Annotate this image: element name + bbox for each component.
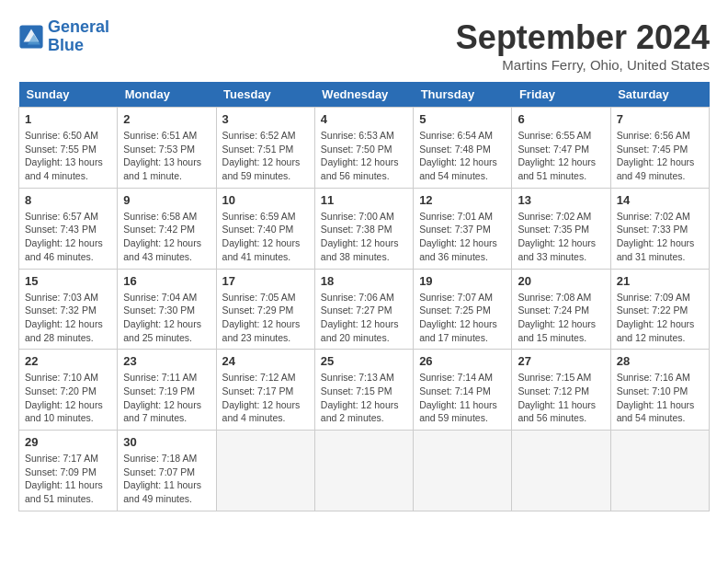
title-section: September 2024 Martins Ferry, Ohio, Unit… — [456, 18, 710, 73]
header-friday: Friday — [512, 82, 610, 108]
day-content: Sunrise: 6:53 AM Sunset: 7:50 PM Dayligh… — [321, 129, 407, 183]
calendar-cell: 22Sunrise: 7:10 AM Sunset: 7:20 PM Dayli… — [19, 350, 118, 431]
day-content: Sunrise: 6:50 AM Sunset: 7:55 PM Dayligh… — [25, 129, 111, 183]
day-content: Sunrise: 7:14 AM Sunset: 7:14 PM Dayligh… — [419, 371, 506, 425]
header-thursday: Thursday — [414, 82, 512, 108]
calendar-cell: 1Sunrise: 6:50 AM Sunset: 7:55 PM Daylig… — [19, 108, 118, 189]
header-saturday: Saturday — [610, 82, 709, 108]
day-content: Sunrise: 7:08 AM Sunset: 7:24 PM Dayligh… — [518, 291, 604, 345]
header-wednesday: Wednesday — [314, 82, 413, 108]
header-sunday: Sunday — [19, 82, 118, 108]
day-content: Sunrise: 6:54 AM Sunset: 7:48 PM Dayligh… — [419, 129, 506, 183]
day-content: Sunrise: 7:05 AM Sunset: 7:29 PM Dayligh… — [222, 291, 309, 345]
calendar-cell — [414, 431, 512, 511]
calendar-cell: 28Sunrise: 7:16 AM Sunset: 7:10 PM Dayli… — [610, 350, 709, 431]
day-content: Sunrise: 7:18 AM Sunset: 7:07 PM Dayligh… — [123, 452, 210, 506]
logo-text: General Blue — [48, 18, 109, 55]
calendar-cell: 3Sunrise: 6:52 AM Sunset: 7:51 PM Daylig… — [216, 108, 314, 189]
calendar-cell: 16Sunrise: 7:04 AM Sunset: 7:30 PM Dayli… — [118, 269, 216, 350]
logo-icon — [18, 24, 44, 50]
calendar-cell: 27Sunrise: 7:15 AM Sunset: 7:12 PM Dayli… — [512, 350, 610, 431]
day-number: 8 — [25, 193, 111, 207]
day-number: 13 — [518, 193, 604, 207]
calendar-cell: 10Sunrise: 6:59 AM Sunset: 7:40 PM Dayli… — [216, 188, 314, 269]
day-content: Sunrise: 7:16 AM Sunset: 7:10 PM Dayligh… — [617, 371, 703, 425]
calendar-cell: 9Sunrise: 6:58 AM Sunset: 7:42 PM Daylig… — [118, 188, 216, 269]
day-content: Sunrise: 7:09 AM Sunset: 7:22 PM Dayligh… — [617, 291, 703, 345]
calendar-cell: 6Sunrise: 6:55 AM Sunset: 7:47 PM Daylig… — [512, 108, 610, 189]
day-content: Sunrise: 6:52 AM Sunset: 7:51 PM Dayligh… — [222, 129, 309, 183]
calendar-cell — [314, 431, 413, 511]
day-number: 27 — [518, 354, 604, 368]
day-content: Sunrise: 7:02 AM Sunset: 7:33 PM Dayligh… — [617, 210, 703, 264]
calendar-cell — [610, 431, 709, 511]
calendar-cell: 13Sunrise: 7:02 AM Sunset: 7:35 PM Dayli… — [512, 188, 610, 269]
logo-line1: General — [48, 17, 109, 36]
calendar-title: September 2024 — [456, 18, 710, 57]
day-number: 3 — [222, 112, 309, 126]
day-number: 11 — [321, 193, 407, 207]
day-content: Sunrise: 7:06 AM Sunset: 7:27 PM Dayligh… — [321, 291, 407, 345]
day-number: 12 — [419, 193, 506, 207]
calendar-cell: 25Sunrise: 7:13 AM Sunset: 7:15 PM Dayli… — [314, 350, 413, 431]
calendar-table: Sunday Monday Tuesday Wednesday Thursday… — [18, 82, 710, 511]
day-number: 4 — [321, 112, 407, 126]
day-number: 1 — [25, 112, 111, 126]
week-row-5: 29Sunrise: 7:17 AM Sunset: 7:09 PM Dayli… — [19, 431, 710, 511]
calendar-cell: 5Sunrise: 6:54 AM Sunset: 7:48 PM Daylig… — [414, 108, 512, 189]
calendar-cell: 4Sunrise: 6:53 AM Sunset: 7:50 PM Daylig… — [314, 108, 413, 189]
logo: General Blue — [18, 18, 109, 55]
day-content: Sunrise: 7:00 AM Sunset: 7:38 PM Dayligh… — [321, 210, 407, 264]
calendar-cell — [216, 431, 314, 511]
header-tuesday: Tuesday — [216, 82, 314, 108]
day-content: Sunrise: 6:55 AM Sunset: 7:47 PM Dayligh… — [518, 129, 604, 183]
day-number: 6 — [518, 112, 604, 126]
day-number: 7 — [617, 112, 703, 126]
week-row-1: 1Sunrise: 6:50 AM Sunset: 7:55 PM Daylig… — [19, 108, 710, 189]
day-content: Sunrise: 7:02 AM Sunset: 7:35 PM Dayligh… — [518, 210, 604, 264]
day-content: Sunrise: 7:12 AM Sunset: 7:17 PM Dayligh… — [222, 371, 309, 425]
page-header: General Blue September 2024 Martins Ferr… — [18, 18, 710, 73]
calendar-cell: 26Sunrise: 7:14 AM Sunset: 7:14 PM Dayli… — [414, 350, 512, 431]
calendar-cell: 24Sunrise: 7:12 AM Sunset: 7:17 PM Dayli… — [216, 350, 314, 431]
day-content: Sunrise: 7:07 AM Sunset: 7:25 PM Dayligh… — [419, 291, 506, 345]
day-content: Sunrise: 6:59 AM Sunset: 7:40 PM Dayligh… — [222, 210, 309, 264]
day-content: Sunrise: 7:10 AM Sunset: 7:20 PM Dayligh… — [25, 371, 111, 425]
day-number: 30 — [123, 435, 210, 449]
day-content: Sunrise: 7:17 AM Sunset: 7:09 PM Dayligh… — [25, 452, 111, 506]
day-number: 19 — [419, 274, 506, 288]
calendar-cell: 20Sunrise: 7:08 AM Sunset: 7:24 PM Dayli… — [512, 269, 610, 350]
day-content: Sunrise: 7:04 AM Sunset: 7:30 PM Dayligh… — [123, 291, 210, 345]
calendar-cell: 14Sunrise: 7:02 AM Sunset: 7:33 PM Dayli… — [610, 188, 709, 269]
day-number: 10 — [222, 193, 309, 207]
calendar-cell: 12Sunrise: 7:01 AM Sunset: 7:37 PM Dayli… — [414, 188, 512, 269]
day-content: Sunrise: 6:58 AM Sunset: 7:42 PM Dayligh… — [123, 210, 210, 264]
header-monday: Monday — [118, 82, 216, 108]
day-number: 15 — [25, 274, 111, 288]
header-row: Sunday Monday Tuesday Wednesday Thursday… — [19, 82, 710, 108]
calendar-cell: 8Sunrise: 6:57 AM Sunset: 7:43 PM Daylig… — [19, 188, 118, 269]
calendar-cell: 15Sunrise: 7:03 AM Sunset: 7:32 PM Dayli… — [19, 269, 118, 350]
day-content: Sunrise: 7:13 AM Sunset: 7:15 PM Dayligh… — [321, 371, 407, 425]
day-number: 26 — [419, 354, 506, 368]
calendar-cell: 21Sunrise: 7:09 AM Sunset: 7:22 PM Dayli… — [610, 269, 709, 350]
day-number: 2 — [123, 112, 210, 126]
day-number: 9 — [123, 193, 210, 207]
calendar-cell: 7Sunrise: 6:56 AM Sunset: 7:45 PM Daylig… — [610, 108, 709, 189]
day-number: 18 — [321, 274, 407, 288]
day-content: Sunrise: 6:51 AM Sunset: 7:53 PM Dayligh… — [123, 129, 210, 183]
day-number: 14 — [617, 193, 703, 207]
calendar-cell: 18Sunrise: 7:06 AM Sunset: 7:27 PM Dayli… — [314, 269, 413, 350]
day-number: 20 — [518, 274, 604, 288]
calendar-cell: 30Sunrise: 7:18 AM Sunset: 7:07 PM Dayli… — [118, 431, 216, 511]
calendar-subtitle: Martins Ferry, Ohio, United States — [456, 57, 710, 73]
calendar-cell: 2Sunrise: 6:51 AM Sunset: 7:53 PM Daylig… — [118, 108, 216, 189]
week-row-2: 8Sunrise: 6:57 AM Sunset: 7:43 PM Daylig… — [19, 188, 710, 269]
day-number: 24 — [222, 354, 309, 368]
day-content: Sunrise: 7:11 AM Sunset: 7:19 PM Dayligh… — [123, 371, 210, 425]
day-number: 25 — [321, 354, 407, 368]
day-number: 22 — [25, 354, 111, 368]
calendar-cell — [512, 431, 610, 511]
day-number: 17 — [222, 274, 309, 288]
day-number: 28 — [617, 354, 703, 368]
